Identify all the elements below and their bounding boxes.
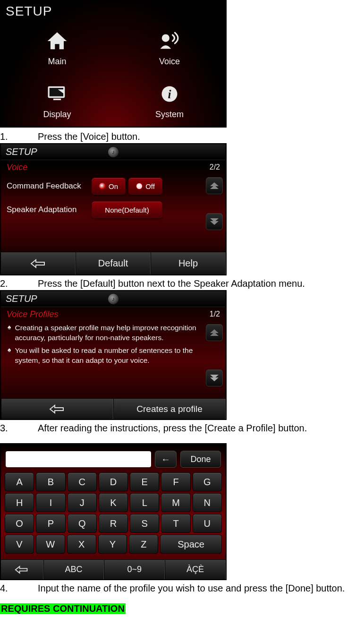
screenshot-keyboard: ← Done A B C D E F G H I J K L M N O P Q	[0, 443, 227, 580]
key[interactable]: P	[36, 514, 65, 533]
numeric-mode-button[interactable]: 0~9	[104, 560, 165, 579]
bullet-text: Creating a speaker profile may help impr…	[15, 323, 205, 343]
key[interactable]: I	[36, 493, 65, 512]
bullet-item: ♠ You will be asked to read a number of …	[8, 346, 205, 366]
step-text: Input the name of the profile you wish t…	[38, 583, 345, 594]
screenshot-voice-profiles: SETUP ♪ Voice Profiles 1/2 ♠ Creating a …	[0, 290, 227, 420]
display-icon	[44, 81, 70, 107]
space-key[interactable]: Space	[160, 535, 222, 554]
setup-item-label: Display	[43, 110, 71, 120]
on-button[interactable]: On	[92, 178, 126, 195]
scroll-up-button[interactable]	[206, 177, 223, 194]
key[interactable]: V	[5, 535, 34, 554]
key[interactable]: H	[5, 493, 34, 512]
key[interactable]: C	[68, 472, 97, 491]
svg-marker-10	[210, 221, 219, 225]
setup-item-system[interactable]: i System	[113, 74, 226, 127]
scroll-buttons	[206, 177, 223, 230]
svg-rect-2	[50, 88, 63, 96]
svg-rect-3	[53, 98, 61, 100]
page-indicator: 1/2	[210, 310, 220, 318]
step-text: After reading the instructions, press th…	[38, 423, 307, 434]
step-number: 4.	[0, 583, 38, 594]
key[interactable]: A	[5, 472, 34, 491]
keyboard-row: H I J K L M N	[5, 493, 222, 512]
off-label: Off	[145, 182, 155, 190]
step-number: 1.	[0, 131, 38, 142]
key[interactable]: B	[36, 472, 65, 491]
bullet-item: ♠ Creating a speaker profile may help im…	[8, 323, 205, 343]
key[interactable]: Y	[98, 535, 127, 554]
back-button[interactable]	[1, 252, 76, 274]
done-button[interactable]: Done	[180, 451, 221, 468]
step-number: 2.	[0, 278, 38, 289]
music-icon[interactable]: ♪	[108, 147, 119, 157]
home-icon	[44, 28, 70, 54]
scroll-down-button[interactable]	[206, 213, 223, 230]
key[interactable]: E	[130, 472, 159, 491]
create-profile-button[interactable]: Creates a profile	[113, 399, 226, 419]
setup-item-voice[interactable]: Voice	[113, 21, 226, 74]
key[interactable]: G	[193, 472, 222, 491]
abc-label: ABC	[65, 565, 83, 574]
scroll-down-button[interactable]	[206, 369, 223, 386]
key[interactable]: F	[161, 472, 190, 491]
scroll-up-button[interactable]	[206, 324, 223, 341]
requires-continuation-marker: REQUIRES CONTINUATION	[0, 603, 126, 614]
key[interactable]: W	[36, 535, 65, 554]
key[interactable]: N	[193, 493, 222, 512]
abc-mode-button[interactable]: ABC	[43, 560, 104, 579]
value-text: None(Default)	[105, 206, 149, 214]
setup-item-display[interactable]: Display	[1, 74, 113, 127]
setup-item-main[interactable]: Main	[1, 21, 113, 74]
accent-mode-button[interactable]: ÀÇÈ	[165, 560, 226, 579]
help-label: Help	[178, 258, 198, 269]
acc-label: ÀÇÈ	[186, 565, 204, 574]
bullet-text: You will be asked to read a number of se…	[15, 346, 205, 366]
back-button[interactable]	[1, 560, 43, 579]
key[interactable]: S	[130, 514, 159, 533]
default-button[interactable]: Default	[76, 252, 151, 274]
help-button[interactable]: Help	[151, 252, 226, 274]
keyboard-row: A B C D E F G	[5, 472, 222, 491]
instruction-step-2: 2. Press the [Default] button next to th…	[0, 278, 364, 289]
backspace-button[interactable]: ←	[155, 451, 177, 468]
keyboard-mode-bar: ABC 0~9 ÀÇÈ	[1, 559, 226, 579]
row-label: Command Feedback	[7, 181, 92, 191]
music-icon[interactable]: ♪	[108, 294, 119, 304]
name-input[interactable]	[6, 451, 151, 467]
setup-title: SETUP	[6, 4, 52, 19]
off-button[interactable]: Off	[128, 178, 162, 195]
instruction-step-4: 4. Input the name of the profile you wis…	[0, 583, 364, 594]
bottom-bar: Creates a profile	[1, 398, 226, 419]
key[interactable]: J	[68, 493, 97, 512]
key[interactable]: T	[161, 514, 190, 533]
key[interactable]: O	[5, 514, 34, 533]
backspace-icon: ←	[161, 454, 170, 465]
key[interactable]: Q	[68, 514, 97, 533]
row-label: Speaker Adaptation	[7, 205, 92, 214]
instruction-step-1: 1. Press the [Voice] button.	[0, 131, 364, 142]
step-number: 3.	[0, 423, 38, 434]
key[interactable]: R	[99, 514, 128, 533]
back-button[interactable]	[1, 399, 113, 419]
scroll-buttons	[206, 324, 223, 386]
key[interactable]: L	[130, 493, 159, 512]
screenshot-voice-settings: SETUP ♪ Voice 2/2 Command Feedback On Of…	[0, 143, 227, 275]
key[interactable]: U	[193, 514, 222, 533]
create-profile-label: Creates a profile	[136, 404, 202, 414]
setup-item-label: Main	[48, 57, 66, 67]
bottom-bar: Default Help	[1, 252, 226, 274]
step-text: Press the [Voice] button.	[38, 131, 140, 142]
key[interactable]: Z	[129, 535, 158, 554]
key[interactable]: D	[99, 472, 128, 491]
on-off-segment: On Off	[92, 178, 162, 195]
key[interactable]: K	[99, 493, 128, 512]
step-text: Press the [Default] button next to the S…	[38, 278, 305, 289]
speaker-adaptation-value-button[interactable]: None(Default)	[92, 201, 162, 218]
section-header: Voice Profiles 1/2	[1, 307, 226, 321]
spade-icon: ♠	[8, 346, 11, 366]
key[interactable]: X	[67, 535, 96, 554]
keyboard: A B C D E F G H I J K L M N O P Q R S T …	[1, 472, 226, 554]
key[interactable]: M	[161, 493, 190, 512]
